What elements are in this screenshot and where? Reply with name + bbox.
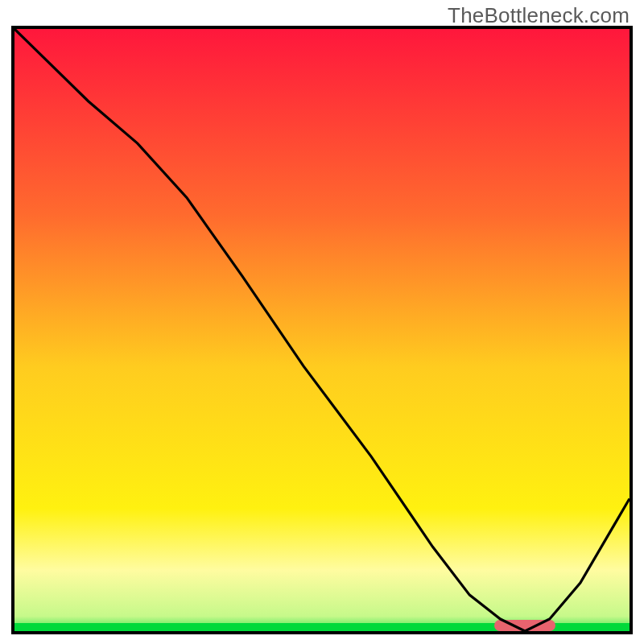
watermark-text: TheBottleneck.com [448, 3, 630, 28]
bottleneck-curve [14, 29, 630, 631]
chart-plot-area [11, 26, 633, 634]
